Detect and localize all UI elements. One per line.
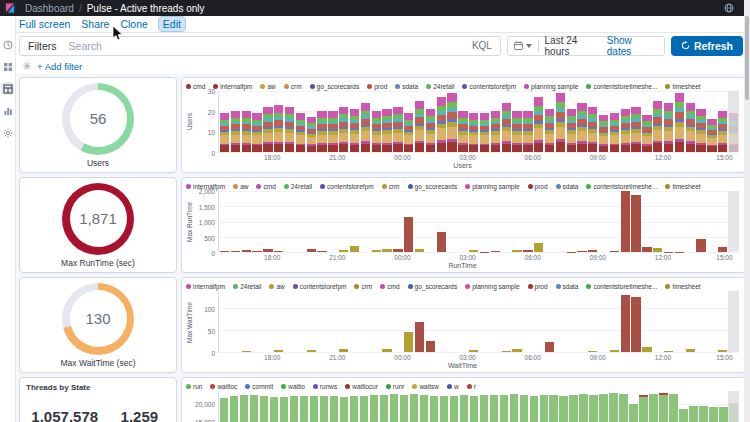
- bar[interactable]: [370, 395, 378, 422]
- kibana-logo-icon[interactable]: [4, 2, 16, 14]
- chart-plot-area[interactable]: [218, 191, 739, 253]
- legend-item[interactable]: runws: [313, 383, 337, 390]
- stacked-bar[interactable]: [729, 113, 738, 152]
- filters-dropdown[interactable]: Filters: [28, 40, 57, 52]
- legend-item[interactable]: waitloc: [210, 383, 237, 390]
- bar[interactable]: [290, 396, 298, 422]
- stacked-bar[interactable]: [534, 97, 543, 152]
- stacked-bar[interactable]: [577, 103, 586, 152]
- legend-item[interactable]: 24retail: [233, 283, 261, 290]
- visualize-icon[interactable]: [1, 104, 14, 117]
- bar[interactable]: [609, 393, 617, 422]
- legend-item[interactable]: crm: [284, 83, 302, 90]
- scrollbar-thumb[interactable]: [745, 16, 749, 100]
- bar[interactable]: [415, 322, 424, 353]
- bar[interactable]: [350, 246, 359, 252]
- stacked-bar[interactable]: [404, 113, 413, 152]
- legend-item[interactable]: waitlocur: [345, 383, 378, 390]
- stacked-bar[interactable]: [393, 107, 402, 152]
- stacked-bar[interactable]: [675, 93, 684, 152]
- bar[interactable]: [382, 249, 391, 253]
- bar[interactable]: [718, 350, 727, 352]
- legend-item[interactable]: cmd: [186, 83, 205, 90]
- stacked-bar[interactable]: [588, 107, 597, 152]
- stacked-bar[interactable]: [274, 105, 283, 152]
- stacked-bar[interactable]: [285, 107, 294, 152]
- apps-icon[interactable]: [1, 60, 14, 73]
- stacked-bar[interactable]: [512, 111, 521, 152]
- legend-item[interactable]: cmd: [256, 183, 275, 190]
- bar[interactable]: [460, 395, 468, 422]
- bar[interactable]: [300, 396, 308, 422]
- bar[interactable]: [512, 349, 521, 352]
- bar[interactable]: [523, 250, 532, 252]
- legend-item[interactable]: planning sample: [465, 283, 519, 290]
- bar[interactable]: [588, 250, 597, 252]
- stacked-bar[interactable]: [242, 111, 251, 152]
- bar[interactable]: [252, 251, 261, 252]
- legend-item[interactable]: timesheet: [665, 83, 700, 90]
- bar[interactable]: [559, 396, 567, 422]
- legend-item[interactable]: run: [186, 383, 202, 390]
- bar[interactable]: [577, 251, 586, 252]
- stacked-bar[interactable]: [317, 111, 326, 152]
- bar[interactable]: [669, 394, 677, 422]
- stacked-bar[interactable]: [696, 109, 705, 152]
- bar[interactable]: [440, 396, 448, 422]
- legend-item[interactable]: waitsw: [412, 383, 439, 390]
- bar[interactable]: [530, 396, 538, 422]
- legend-item[interactable]: prod: [528, 283, 548, 290]
- stacked-bar[interactable]: [339, 107, 348, 152]
- bar[interactable]: [619, 394, 627, 422]
- bar[interactable]: [320, 396, 328, 422]
- legend-item[interactable]: aw: [260, 83, 275, 90]
- legend-item[interactable]: internalfpm: [186, 283, 225, 290]
- stacked-bar[interactable]: [372, 111, 381, 152]
- legend-item[interactable]: contentstorefpm: [320, 183, 374, 190]
- bar[interactable]: [599, 394, 607, 422]
- bar[interactable]: [450, 396, 458, 422]
- bar[interactable]: [631, 297, 640, 352]
- bar[interactable]: [260, 396, 268, 422]
- bar[interactable]: [512, 250, 521, 252]
- stacked-bar[interactable]: [664, 103, 673, 152]
- bar[interactable]: [664, 351, 673, 352]
- bar[interactable]: [569, 395, 577, 422]
- bar[interactable]: [240, 395, 248, 422]
- filter-options-gear-icon[interactable]: [23, 62, 31, 70]
- legend-item[interactable]: 24retail: [284, 183, 312, 190]
- stacked-bar[interactable]: [328, 111, 337, 152]
- bar[interactable]: [610, 251, 619, 252]
- bar[interactable]: [653, 248, 662, 252]
- bar[interactable]: [689, 406, 697, 422]
- stacked-bar[interactable]: [621, 109, 630, 152]
- bar[interactable]: [500, 395, 508, 422]
- bar[interactable]: [360, 396, 368, 422]
- stacked-bar[interactable]: [252, 113, 261, 152]
- bar[interactable]: [339, 349, 348, 352]
- bar[interactable]: [629, 404, 637, 422]
- bar[interactable]: [699, 406, 707, 422]
- legend-item[interactable]: runr: [386, 383, 405, 390]
- bar[interactable]: [469, 350, 478, 352]
- stacked-bar[interactable]: [307, 117, 316, 152]
- legend-item[interactable]: crm: [354, 283, 372, 290]
- bar[interactable]: [274, 251, 283, 252]
- stacked-bar[interactable]: [653, 101, 662, 152]
- bar[interactable]: [339, 250, 348, 252]
- bar[interactable]: [490, 395, 498, 422]
- bar[interactable]: [307, 350, 316, 352]
- bar[interactable]: [274, 350, 283, 352]
- stacked-bar[interactable]: [610, 113, 619, 152]
- bar[interactable]: [709, 407, 717, 422]
- bar[interactable]: [718, 247, 727, 252]
- legend-item[interactable]: contentstoretimeshe...: [586, 283, 657, 290]
- stacked-bar[interactable]: [631, 107, 640, 152]
- legend-item[interactable]: go_scorecards: [310, 83, 360, 90]
- stacked-bar[interactable]: [491, 111, 500, 152]
- legend-item[interactable]: planning sample: [465, 183, 519, 190]
- bar[interactable]: [426, 341, 435, 352]
- bar[interactable]: [242, 250, 251, 252]
- bar[interactable]: [631, 195, 640, 252]
- bar[interactable]: [220, 398, 228, 422]
